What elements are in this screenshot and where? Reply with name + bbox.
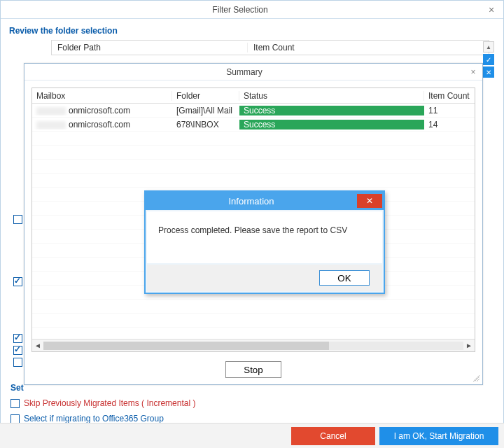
footer: Cancel I am OK, Start Migration [0,423,504,448]
summary-close-icon[interactable]: × [464,67,482,77]
info-footer: OK [147,265,382,291]
opt-o365-row: Select if migrating to Office365 Group [10,414,164,424]
scroll-up-icon[interactable]: ▲ [483,41,494,52]
col-folder[interactable]: Folder [172,91,239,101]
cell-folder: [Gmail]\All Mail [172,106,239,115]
table-row[interactable]: onmicrosoft.com [Gmail]\All Mail Success… [32,104,475,118]
row-checkbox-3[interactable] [13,334,22,343]
col-count[interactable]: Item Count [424,91,475,101]
cell-mailbox: onmicrosoft.com [32,120,172,130]
opt-skip-label: Skip Previously Migrated Items ( Increme… [24,398,195,408]
opt-o365-label: Select if migrating to Office365 Group [24,414,164,424]
cell-status: Success [239,106,424,115]
set-label: Set [10,383,24,393]
titlebar: Filter Selection × [1,1,503,19]
folder-header: Folder Path Item Count [51,40,489,55]
summary-titlebar: Summary × [24,64,482,80]
start-migration-button[interactable]: I am OK, Start Migration [379,427,498,445]
opt-o365-checkbox[interactable] [10,414,20,424]
grid-header: Mailbox Folder Status Item Count [32,88,475,104]
col-status[interactable]: Status [239,91,424,101]
redacted-text [36,121,66,130]
cancel-button[interactable]: Cancel [291,427,375,445]
info-titlebar: Information ✕ [146,192,384,210]
cell-status: Success [239,120,424,130]
review-label: Review the folder selection [9,26,495,36]
cell-count: 14 [424,120,475,130]
col-item-count[interactable]: Item Count [248,43,489,52]
table-row[interactable]: onmicrosoft.com 678\INBOX Success 14 [32,118,475,132]
opt-skip-row: Skip Previously Migrated Items ( Increme… [10,398,195,408]
check-all-button[interactable]: ✓ [483,54,494,65]
info-body: Process completed. Please save the repor… [147,211,382,263]
window-title: Filter Selection [1,5,479,15]
col-folder-path[interactable]: Folder Path [52,43,248,52]
stop-button[interactable]: Stop [225,361,281,378]
side-icons: ▲ ✓ ✕ [483,41,494,78]
resize-grip-icon[interactable] [471,373,479,382]
scroll-left-icon[interactable]: ◄ [32,342,43,349]
opt-skip-checkbox[interactable] [10,399,20,408]
col-mailbox[interactable]: Mailbox [32,91,172,101]
ok-button[interactable]: OK [319,270,370,286]
redacted-text [36,107,66,115]
cell-count: 11 [424,106,475,115]
scroll-thumb[interactable] [43,342,329,350]
row-checkbox-4[interactable] [13,346,22,355]
row-checkbox-5[interactable] [13,358,22,367]
info-message: Process completed. Please save the repor… [158,225,347,235]
summary-title: Summary [24,67,464,77]
uncheck-all-button[interactable]: ✕ [483,66,494,78]
info-title: Information [146,196,357,206]
information-dialog: Information ✕ Process completed. Please … [144,190,385,294]
scroll-track[interactable] [43,342,463,350]
left-checkboxes [13,215,22,367]
row-checkbox-1[interactable] [13,215,22,224]
summary-footer: Stop [24,355,482,384]
close-icon[interactable]: × [479,4,503,15]
cell-folder: 678\INBOX [172,120,239,130]
scroll-right-icon[interactable]: ► [463,342,475,349]
row-checkbox-2[interactable] [13,277,22,286]
cell-mailbox: onmicrosoft.com [32,106,172,115]
horizontal-scrollbar[interactable]: ◄ ► [32,339,475,351]
info-close-icon[interactable]: ✕ [357,194,382,208]
